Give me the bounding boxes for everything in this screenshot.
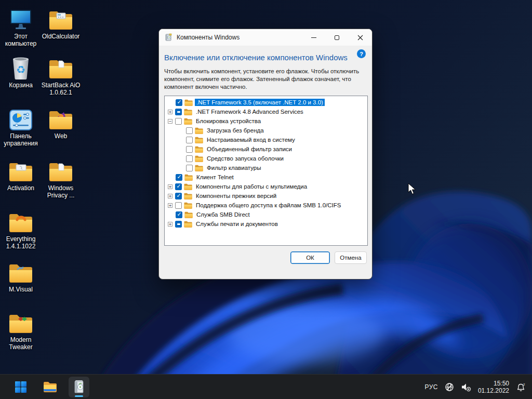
folder-calculator-icon — [41, 6, 81, 31]
volume-muted-icon[interactable] — [461, 382, 471, 392]
checkbox[interactable] — [186, 146, 193, 153]
tree-item-keyboard-filter[interactable]: Фильтр клавиатуры — [165, 163, 367, 172]
cancel-button[interactable]: Отмена — [335, 251, 367, 264]
desktop-icon-modern-tweaker[interactable]: Modern Tweaker — [1, 310, 41, 351]
minimize-button[interactable] — [302, 29, 325, 46]
tree-item-label: Поддержка общего доступа к файлам SMB 1.… — [194, 202, 342, 209]
folder-icon — [184, 109, 192, 115]
dialog-title: Компоненты Windows — [177, 34, 302, 41]
tree-item-label: .NET Framework 4.8 Advanced Services — [194, 108, 305, 115]
desktop-icon-oldcalculator[interactable]: OldCalculator — [41, 6, 81, 40]
recycle-bin-icon: ♻ — [1, 55, 41, 80]
expand-icon[interactable]: + — [168, 110, 172, 114]
tree-item-label: Клиент Telnet — [195, 174, 235, 181]
tree-item-telnet-client[interactable]: Клиент Telnet — [165, 172, 367, 182]
expand-icon[interactable]: + — [168, 203, 172, 208]
tree-item-custom-logon[interactable]: Настраиваемый вход в систему — [165, 135, 367, 144]
taskbar-clock[interactable]: 15:50 01.12.2022 — [478, 380, 509, 395]
tree-item-shell-launcher[interactable]: Средство запуска оболочки — [165, 154, 367, 163]
folder-icon — [195, 127, 203, 134]
language-indicator[interactable]: РУС — [424, 383, 438, 391]
minimize-icon — [311, 37, 316, 38]
checkbox[interactable] — [175, 193, 182, 200]
desktop-icon-label: Activation — [1, 184, 41, 192]
help-button[interactable]: ? — [357, 49, 366, 58]
desktop-icon-startback[interactable]: StartBack AiO 1.0.62.1 — [41, 55, 81, 96]
network-globe-offline-icon[interactable] — [445, 382, 454, 392]
checkbox[interactable] — [175, 183, 182, 190]
desktop-icon-windows-privacy[interactable]: Windows Privacy ... — [41, 158, 81, 199]
tree-item-legacy-components[interactable]: + Компоненты прежних версий — [165, 191, 367, 201]
tree-item-net35[interactable]: .NET Framework 3.5 (включает .NET 2.0 и … — [165, 98, 367, 107]
notification-bell-dnd-icon[interactable]: z — [516, 382, 526, 392]
maximize-icon — [335, 35, 339, 40]
checkbox[interactable] — [175, 202, 182, 209]
ok-button[interactable]: ОК — [290, 251, 330, 264]
checkbox[interactable] — [175, 109, 182, 115]
collapse-icon[interactable]: − — [168, 119, 172, 124]
desktop-icon-label: Windows Privacy ... — [41, 184, 81, 199]
tree-item-device-lockdown[interactable]: − Блокировка устройства — [165, 116, 367, 126]
windows-features-dialog: Компоненты Windows Включение или отключе… — [158, 29, 373, 280]
desktop-icon-mvisual[interactable]: M.Visual — [1, 259, 41, 293]
folder-icon — [195, 146, 203, 153]
folder-icon — [184, 193, 192, 200]
dialog-button-row: ОК Отмена — [164, 251, 367, 264]
tree-item-label: Объединенный фильтр записи — [205, 145, 294, 153]
maximize-button[interactable] — [325, 29, 349, 46]
folder-paper-icon — [41, 158, 81, 183]
folder-icon — [184, 183, 192, 190]
expand-icon[interactable]: + — [168, 222, 172, 227]
desktop-icon-this-pc[interactable]: Этот компьютер — [1, 6, 41, 47]
folder-icon — [195, 137, 203, 143]
checkbox[interactable] — [186, 127, 193, 134]
checkbox[interactable] — [176, 211, 182, 218]
checkbox[interactable] — [186, 137, 193, 143]
checkbox[interactable] — [175, 118, 182, 125]
tree-item-smb-direct[interactable]: Служба SMB Direct — [165, 210, 367, 219]
tree-item-label: Служба SMB Direct — [195, 211, 251, 218]
start-button[interactable] — [10, 377, 31, 397]
close-icon — [357, 35, 363, 41]
desktop-icon-activation[interactable]: Activation — [1, 158, 41, 192]
tree-item-label: Фильтр клавиатуры — [205, 164, 262, 171]
desktop-icon-recycle-bin[interactable]: ♻ Корзина — [1, 55, 41, 89]
folder-paper-icon — [41, 55, 81, 80]
features-tree[interactable]: .NET Framework 3.5 (включает .NET 2.0 и … — [164, 96, 368, 246]
installer-box-icon — [73, 380, 85, 394]
tree-item-label: Блокировка устройства — [194, 117, 262, 125]
checkbox[interactable] — [175, 221, 182, 228]
desktop-icon-label: StartBack AiO 1.0.62.1 — [41, 82, 81, 96]
tree-item-print-document-services[interactable]: + Службы печати и документов — [165, 219, 367, 229]
checkbox[interactable] — [176, 99, 182, 106]
expand-icon[interactable]: + — [168, 194, 172, 198]
expand-icon[interactable]: + — [168, 184, 172, 189]
mouse-cursor — [408, 183, 417, 195]
checkbox[interactable] — [176, 174, 182, 181]
folder-paper-icon — [1, 158, 41, 183]
tree-item-net48[interactable]: + .NET Framework 4.8 Advanced Services — [165, 107, 367, 116]
desktop-icon-web[interactable]: Web — [41, 106, 81, 140]
tree-item-unbranded-boot[interactable]: Загрузка без бренда — [165, 126, 367, 135]
tree-item-media-features[interactable]: + Компоненты для работы с мультимедиа — [165, 182, 367, 191]
tree-item-smb1[interactable]: + Поддержка общего доступа к файлам SMB … — [165, 201, 367, 210]
system-tray: РУС 15:50 01.12.2022 z — [424, 375, 526, 399]
tree-item-unified-write-filter[interactable]: Объединенный фильтр записи — [165, 144, 367, 154]
close-button[interactable] — [349, 29, 372, 46]
windows-logo-icon — [15, 381, 27, 393]
taskbar: РУС 15:50 01.12.2022 z — [0, 374, 532, 399]
checkbox[interactable] — [186, 155, 193, 162]
desktop-icon-control-panel[interactable]: Панель управления — [1, 106, 41, 147]
desktop-icon-label: M.Visual — [1, 286, 41, 293]
folder-icon — [184, 211, 193, 218]
checkbox[interactable] — [186, 165, 193, 171]
svg-text:z: z — [523, 382, 525, 387]
file-explorer-button[interactable] — [39, 377, 60, 397]
desktop-icon-label: OldCalculator — [41, 33, 81, 40]
folder-icon — [184, 118, 192, 125]
clock-date: 01.12.2022 — [478, 387, 509, 395]
desktop-icon-everything[interactable]: Everything 1.4.1.1022 — [1, 209, 41, 250]
windows-features-taskbar-button[interactable] — [69, 377, 89, 397]
desktop-icon-label: Панель управления — [1, 132, 41, 147]
dialog-titlebar[interactable]: Компоненты Windows — [159, 29, 372, 46]
